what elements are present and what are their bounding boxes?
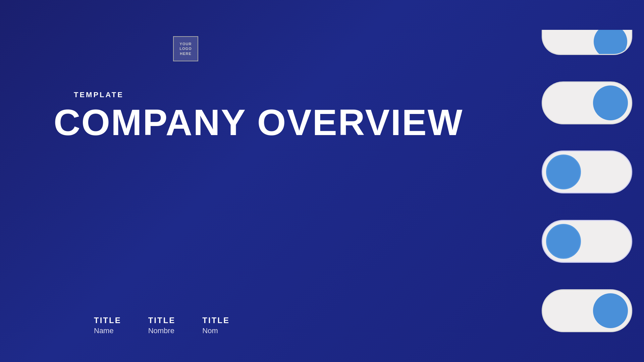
- title-label-1: TITLE: [94, 316, 121, 325]
- title-name-1: Name: [94, 326, 114, 335]
- main-container: YOUR LOGO HERE TEMPLATE COMPANY OVERVIEW…: [0, 0, 644, 362]
- title-name-3: Nom: [202, 326, 218, 335]
- toggles-container: [537, 0, 644, 362]
- toggle-4[interactable]: [542, 220, 632, 263]
- toggle-5-knob: [593, 293, 628, 328]
- title-label-3: TITLE: [202, 316, 230, 325]
- title-label-2: TITLE: [148, 316, 176, 325]
- title-item-2: TITLE Nombre: [148, 316, 176, 335]
- logo-placeholder: YOUR LOGO HERE: [173, 36, 198, 61]
- toggle-5[interactable]: [542, 289, 632, 332]
- title-name-2: Nombre: [148, 326, 174, 335]
- title-item-1: TITLE Name: [94, 316, 121, 335]
- logo-text: YOUR LOGO HERE: [174, 42, 198, 56]
- toggle-1-knob: [594, 30, 627, 55]
- toggle-3[interactable]: [542, 150, 632, 193]
- toggle-3-knob: [546, 155, 581, 189]
- toggle-2-knob: [593, 85, 628, 120]
- title-item-3: TITLE Nom: [202, 316, 230, 335]
- toggle-2[interactable]: [542, 81, 632, 124]
- main-title: COMPANY OVERVIEW: [54, 104, 464, 141]
- template-label: TEMPLATE: [74, 90, 124, 99]
- toggle-1-partial[interactable]: [542, 30, 632, 55]
- bottom-titles: TITLE Name TITLE Nombre TITLE Nom: [94, 316, 230, 335]
- toggle-4-knob: [546, 224, 581, 259]
